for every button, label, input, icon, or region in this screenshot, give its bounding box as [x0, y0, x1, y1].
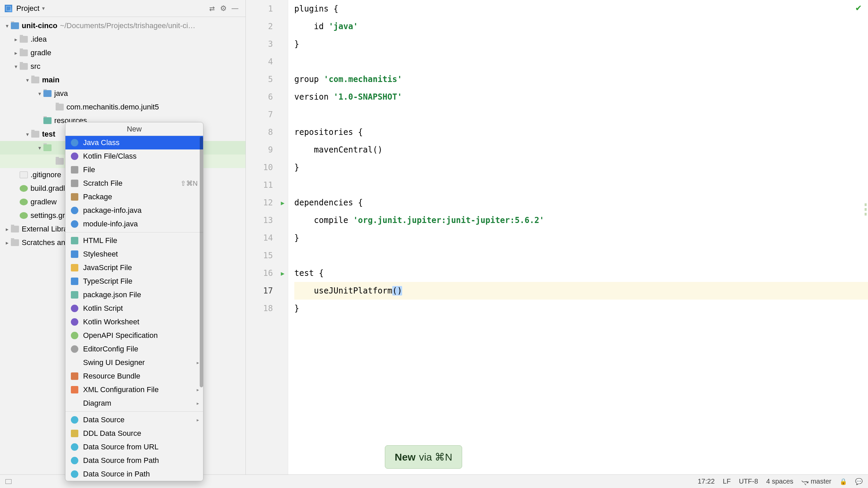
file-type-icon — [71, 139, 78, 146]
gutter-line[interactable]: 16▶ — [246, 264, 288, 282]
popup-item[interactable]: TypeScript File — [65, 274, 203, 288]
popup-item[interactable]: Swing UI Designer▸ — [65, 356, 203, 369]
code-token: 'java' — [329, 22, 358, 31]
tree-label: .idea — [31, 35, 47, 44]
gutter-line[interactable]: 7 — [246, 106, 288, 123]
popup-item[interactable]: Kotlin File/Class — [65, 149, 203, 163]
popup-item[interactable]: DDL Data Source — [65, 427, 203, 440]
chevron-down-icon[interactable]: ▾ — [24, 131, 31, 138]
gutter-line[interactable]: 8 — [246, 123, 288, 141]
chevron-right-icon[interactable]: ▸ — [3, 240, 11, 246]
popup-item-label: Data Source — [83, 415, 124, 424]
tree-item-src[interactable]: ▾ src — [0, 60, 245, 73]
run-gutter-icon[interactable]: ▶ — [281, 270, 284, 277]
popup-item[interactable]: Data Source from Path — [65, 454, 203, 467]
tree-item-java[interactable]: ▾ java — [0, 87, 245, 100]
code-token: { — [358, 198, 363, 207]
file-type-icon — [71, 237, 78, 244]
select-opened-file-icon[interactable]: ⇄ — [206, 3, 218, 14]
folder-icon — [20, 63, 28, 70]
gutter-line[interactable]: 11 — [246, 176, 288, 194]
gutter-line[interactable]: 1 — [246, 0, 288, 18]
libraries-icon — [11, 226, 19, 232]
tree-item-package[interactable]: com.mechanitis.demo.junit5 — [0, 100, 245, 114]
chevron-down-icon[interactable]: ▾ — [42, 5, 45, 12]
chevron-down-icon[interactable]: ▾ — [36, 145, 43, 151]
code-area[interactable]: plugins { id 'java' } group 'com.mechani… — [288, 0, 868, 488]
popup-item[interactable]: Resource Bundle — [65, 369, 203, 383]
inspection-ok-icon[interactable]: ✔ — [855, 3, 862, 13]
gutter-line[interactable]: 10 — [246, 159, 288, 176]
popup-item[interactable]: Java Class — [65, 136, 203, 149]
chat-icon[interactable]: 💬 — [855, 478, 863, 485]
code-token: } — [294, 304, 299, 313]
gutter-line[interactable]: 15 — [246, 247, 288, 264]
error-stripe[interactable] — [865, 203, 867, 218]
status-git-branch[interactable]: ⎇ master — [802, 477, 831, 485]
popup-item[interactable]: Package — [65, 190, 203, 204]
code-token: compile — [294, 216, 353, 225]
gutter-line[interactable]: 3 — [246, 35, 288, 53]
popup-item-label: Kotlin Worksheet — [83, 318, 139, 326]
gutter-line[interactable]: 6 — [246, 88, 288, 106]
popup-item[interactable]: EditorConfig File — [65, 342, 203, 356]
gutter-line[interactable]: 5 — [246, 70, 288, 88]
code-token: '1.0-SNAPSHOT' — [334, 92, 402, 102]
chevron-down-icon[interactable]: ▾ — [12, 63, 20, 70]
popup-item[interactable]: module-info.java — [65, 217, 203, 231]
file-type-icon — [71, 318, 78, 326]
code-token: repositories — [294, 127, 358, 137]
gutter-line[interactable]: 13 — [246, 211, 288, 229]
chevron-down-icon[interactable]: ▾ — [3, 23, 11, 29]
chevron-down-icon[interactable]: ▾ — [36, 90, 43, 97]
gear-icon[interactable]: ⚙ — [218, 3, 229, 14]
lock-icon[interactable]: 🔒 — [840, 478, 847, 485]
tree-label: java — [54, 89, 68, 98]
popup-item[interactable]: Data Source from URL — [65, 440, 203, 454]
gutter-line[interactable]: 17 — [246, 282, 288, 300]
popup-item[interactable]: Data Source▸ — [65, 413, 203, 427]
code-token: { — [358, 127, 363, 137]
run-gutter-icon[interactable]: ▶ — [281, 199, 284, 206]
tree-item-idea[interactable]: ▸ .idea — [0, 33, 245, 46]
popup-item[interactable]: Scratch File⇧⌘N — [65, 177, 203, 190]
popup-scrollbar[interactable] — [199, 137, 203, 414]
gutter-line[interactable]: 18 — [246, 300, 288, 317]
file-type-icon — [71, 386, 78, 393]
popup-item[interactable]: HTML File — [65, 234, 203, 247]
popup-item[interactable]: JavaScript File — [65, 261, 203, 274]
popup-scrollbar-thumb[interactable] — [200, 137, 203, 387]
gutter-line[interactable]: 4 — [246, 53, 288, 70]
popup-item[interactable]: package-info.java — [65, 204, 203, 217]
popup-item[interactable]: File — [65, 163, 203, 177]
status-line-separator[interactable]: LF — [723, 477, 731, 485]
chevron-right-icon[interactable]: ▸ — [12, 36, 20, 43]
project-panel-title[interactable]: Project — [16, 4, 39, 13]
popup-item[interactable]: Kotlin Script — [65, 302, 203, 315]
popup-item-label: package-info.java — [83, 206, 141, 215]
gutter-line[interactable]: 9 — [246, 141, 288, 159]
status-indent[interactable]: 4 spaces — [766, 477, 793, 485]
chevron-down-icon[interactable]: ▾ — [24, 77, 31, 83]
chevron-right-icon[interactable]: ▸ — [12, 50, 20, 56]
status-toolwindow-icon[interactable] — [5, 479, 12, 484]
gutter-line[interactable]: 2 — [246, 18, 288, 35]
popup-item[interactable]: Diagram▸ — [65, 396, 203, 410]
popup-item-label: File — [83, 165, 95, 174]
tree-item-gradle[interactable]: ▸ gradle — [0, 46, 245, 60]
popup-item[interactable]: Kotlin Worksheet — [65, 315, 203, 329]
popup-item[interactable]: Stylesheet — [65, 247, 203, 261]
tree-item-main[interactable]: ▾ main — [0, 73, 245, 87]
gutter-line[interactable]: 14 — [246, 229, 288, 247]
file-icon — [20, 171, 28, 178]
popup-item[interactable]: OpenAPI Specification — [65, 329, 203, 342]
gutter-line[interactable]: 12▶ — [246, 194, 288, 211]
collapse-icon[interactable]: — — [229, 3, 241, 14]
popup-item[interactable]: XML Configuration File▸ — [65, 383, 203, 396]
popup-item[interactable]: package.json File — [65, 288, 203, 302]
file-type-icon — [71, 166, 78, 174]
status-encoding[interactable]: UTF-8 — [739, 477, 758, 485]
tree-root[interactable]: ▾ unit-cinco ~/Documents/Projects/trisha… — [0, 19, 245, 33]
popup-item[interactable]: Data Source in Path — [65, 467, 203, 481]
chevron-right-icon[interactable]: ▸ — [3, 226, 11, 232]
